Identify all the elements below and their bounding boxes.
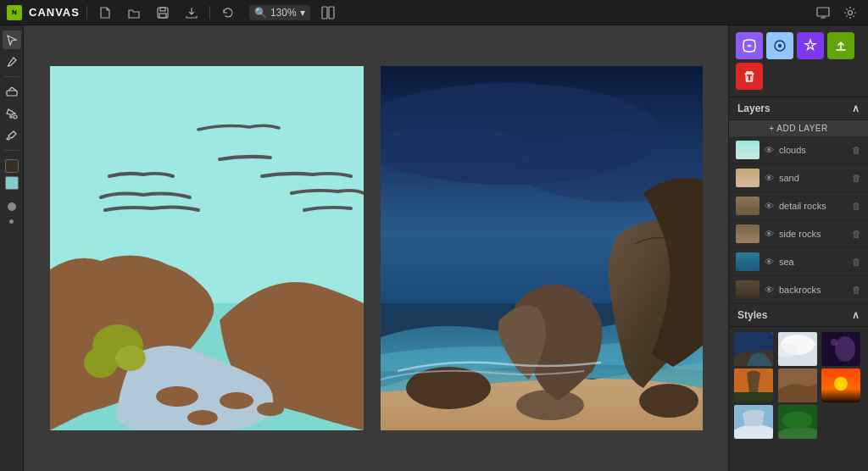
save-button[interactable] — [152, 4, 174, 21]
layer-eye-sand[interactable]: 👁 — [765, 173, 774, 183]
layers-title: Layers — [737, 103, 771, 114]
brush-size-small — [9, 217, 14, 226]
titlebar: N CANVAS 🔍 130% ▾ — [0, 0, 868, 25]
layer-delete-detail-rocks[interactable]: 🗑 — [852, 201, 861, 211]
layer-name-sand: sand — [779, 173, 847, 183]
layer-thumb-side-rocks — [736, 224, 760, 243]
separator2 — [209, 6, 210, 19]
layer-name-side-rocks: side rocks — [779, 229, 847, 239]
style-thumb-5[interactable] — [778, 368, 817, 402]
brush-size-large — [8, 200, 16, 213]
separator — [86, 6, 87, 19]
layer-eye-backrocks[interactable]: 👁 — [765, 285, 774, 295]
layer-eye-detail-rocks[interactable]: 👁 — [765, 201, 774, 211]
open-file-button[interactable] — [123, 4, 145, 21]
layer-thumb-sand — [736, 169, 760, 187]
layer-item-sea[interactable]: 👁 sea 🗑 — [729, 248, 868, 276]
fill-tool-button[interactable] — [3, 104, 21, 123]
export-button[interactable] — [181, 4, 203, 21]
style-thumb-7[interactable] — [734, 405, 773, 439]
style-thumb-6[interactable] — [821, 368, 860, 402]
layer-item-backrocks[interactable]: 👁 backrocks 🗑 — [729, 276, 868, 304]
zoom-value: 130% — [270, 7, 297, 19]
app-logo: N — [7, 5, 22, 20]
sketch-canvas[interactable] — [50, 66, 364, 430]
svg-point-14 — [257, 402, 284, 416]
brush-tool-button[interactable] — [3, 53, 21, 71]
layer-delete-sand[interactable]: 🗑 — [852, 173, 861, 183]
svg-point-33 — [831, 339, 837, 346]
layer-item-side-rocks[interactable]: 👁 side rocks 🗑 — [729, 220, 868, 248]
logo-text: N — [12, 8, 17, 16]
svg-rect-35 — [734, 392, 773, 402]
layer-delete-clouds[interactable]: 🗑 — [852, 145, 861, 155]
svg-point-38 — [834, 377, 848, 391]
add-layer-button[interactable]: + ADD LAYER — [729, 120, 868, 136]
layer-name-clouds: clouds — [779, 145, 847, 155]
layer-item-clouds[interactable]: 👁 clouds 🗑 — [729, 136, 868, 164]
svg-point-13 — [187, 410, 218, 425]
layer-name-detail-rocks: detail rocks — [779, 201, 847, 211]
layer-thumb-sea — [736, 252, 760, 271]
main-content: Layers ∧ + ADD LAYER 👁 clouds 🗑 👁 sand 🗑… — [0, 25, 868, 471]
monitor-button[interactable] — [812, 4, 834, 21]
svg-rect-2 — [159, 14, 166, 18]
zoom-control[interactable]: 🔍 130% ▾ — [249, 5, 310, 20]
layer-eye-sea[interactable]: 👁 — [765, 257, 774, 267]
layer-item-sand[interactable]: 👁 sand 🗑 — [729, 164, 868, 192]
layout-toggle-button[interactable] — [317, 4, 339, 21]
styles-title: Styles — [737, 309, 767, 321]
svg-rect-7 — [7, 91, 17, 96]
zoom-icon: 🔍 — [254, 7, 267, 19]
layer-eye-clouds[interactable]: 👁 — [765, 145, 774, 155]
settings-button[interactable] — [839, 4, 861, 21]
svg-point-12 — [220, 392, 253, 409]
magic-button[interactable] — [797, 32, 824, 59]
style-thumb-2[interactable] — [778, 332, 817, 366]
app-title: CANVAS — [29, 6, 80, 19]
svg-point-16 — [84, 347, 118, 378]
layer-name-sea: sea — [779, 257, 847, 267]
svg-point-24 — [639, 384, 698, 418]
zoom-dropdown-icon: ▾ — [300, 7, 305, 19]
action-buttons-row — [729, 25, 868, 97]
layer-name-backrocks: backrocks — [779, 285, 847, 295]
svg-point-26 — [778, 44, 782, 47]
lighten-button[interactable] — [766, 32, 793, 59]
undo-button[interactable] — [217, 4, 239, 21]
left-toolbar — [0, 25, 24, 471]
layer-item-detail-rocks[interactable]: 👁 detail rocks 🗑 — [729, 192, 868, 220]
canvas-area — [24, 25, 728, 471]
layer-thumb-backrocks — [736, 280, 760, 299]
svg-point-23 — [516, 390, 584, 420]
eyedropper-tool-button[interactable] — [3, 126, 21, 145]
svg-rect-4 — [329, 7, 334, 19]
result-canvas — [381, 66, 703, 430]
svg-point-6 — [849, 10, 853, 14]
style-thumb-1[interactable] — [734, 332, 773, 366]
svg-point-8 — [14, 115, 17, 119]
select-tool-button[interactable] — [3, 30, 21, 49]
upload-button[interactable] — [827, 32, 854, 59]
svg-rect-5 — [817, 8, 829, 16]
style-thumb-4[interactable] — [734, 368, 773, 402]
eraser-tool-button[interactable] — [3, 82, 21, 101]
layers-section-header: Layers ∧ — [729, 97, 868, 120]
layer-delete-side-rocks[interactable]: 🗑 — [852, 229, 861, 239]
style-transfer-button[interactable] — [736, 32, 763, 59]
layer-delete-sea[interactable]: 🗑 — [852, 257, 861, 267]
layer-delete-backrocks[interactable]: 🗑 — [852, 285, 861, 295]
foreground-color-swatch[interactable] — [5, 159, 19, 173]
styles-collapse-icon[interactable]: ∧ — [852, 309, 860, 321]
right-panel: Layers ∧ + ADD LAYER 👁 clouds 🗑 👁 sand 🗑… — [728, 25, 868, 471]
new-file-button[interactable] — [94, 4, 116, 21]
layer-eye-side-rocks[interactable]: 👁 — [765, 229, 774, 239]
style-thumb-8[interactable] — [778, 405, 817, 439]
layer-thumb-clouds — [736, 141, 760, 159]
style-thumb-3[interactable] — [821, 332, 860, 366]
delete-canvas-button[interactable] — [736, 63, 763, 90]
svg-point-32 — [835, 336, 855, 362]
toolbar-separator2 — [4, 150, 19, 151]
layers-collapse-icon[interactable]: ∧ — [852, 103, 860, 114]
background-color-swatch[interactable] — [5, 176, 19, 190]
